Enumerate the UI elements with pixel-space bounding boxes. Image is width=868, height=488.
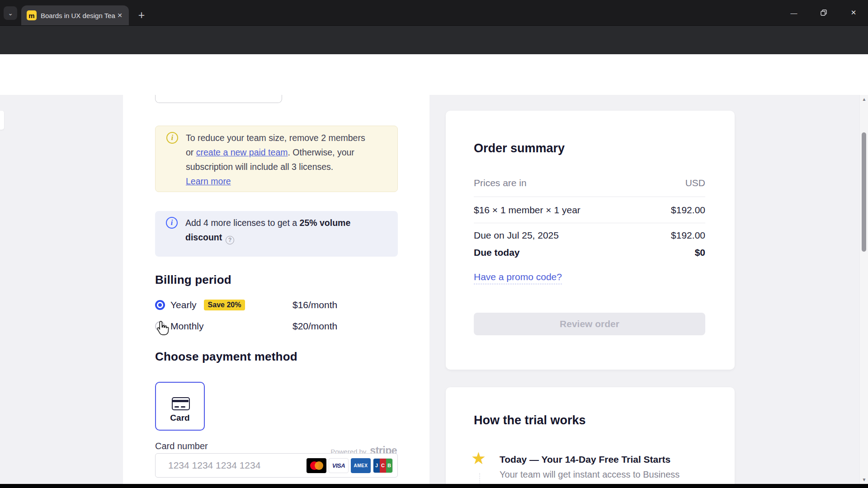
payment-method-heading: Choose payment method — [155, 350, 297, 364]
checkout-header: miro Cancel — [0, 54, 868, 95]
trial-step-title: Today — Your 14-Day Free Trial Starts — [500, 454, 670, 465]
star-icon: ★ — [471, 449, 486, 468]
notice-line: To reduce your team size, remove 2 membe… — [186, 131, 365, 145]
page-scrollbar[interactable]: ▲ ▼ — [859, 95, 868, 484]
browser-tabstrip: ⌄ m Boards in UX design Team - Mi ✕ + — … — [0, 0, 868, 25]
chevron-down-icon: ⌄ — [8, 9, 13, 17]
create-paid-team-link[interactable]: create a new paid team — [196, 147, 288, 157]
billing-period-heading: Billing period — [155, 273, 231, 287]
info-icon: i — [166, 132, 178, 144]
divider — [474, 223, 705, 223]
jcb-icon: J C B — [373, 458, 393, 473]
credit-card-icon — [172, 397, 190, 410]
browser-tab[interactable]: m Boards in UX design Team - Mi ✕ — [21, 5, 129, 25]
miro-favicon-icon: m — [27, 10, 37, 20]
card-number-input[interactable] — [168, 460, 307, 471]
screen: ⌄ m Boards in UX design Team - Mi ✕ + — … — [0, 0, 868, 488]
restore-icon — [821, 9, 827, 16]
trial-info-card: How the trial works ★ Today — Your 14-Da… — [446, 387, 735, 488]
tab-search-button[interactable]: ⌄ — [4, 6, 17, 20]
info-icon: i — [166, 217, 178, 229]
trial-heading: How the trial works — [474, 413, 586, 427]
volume-discount-notice: i Add 4 more licenses to get a 25% volum… — [155, 211, 398, 257]
currency-value: USD — [685, 178, 705, 188]
help-icon[interactable]: ? — [226, 236, 234, 244]
notice-line: or create a new paid team. Otherwise, yo… — [186, 145, 365, 160]
promo-code-link[interactable]: Have a promo code? — [474, 272, 562, 284]
card-brand-icons: VISA AMEX J C B — [307, 458, 393, 473]
option-label: Monthly — [170, 321, 204, 332]
prices-in-label: Prices are in — [474, 178, 527, 188]
order-summary-card: Order summary Prices are in USD $16 × 1 … — [446, 111, 735, 370]
option-price: $16/month — [292, 300, 337, 310]
window-minimize-button[interactable]: — — [785, 6, 803, 19]
mouse-cursor — [156, 321, 169, 336]
window-restore-button[interactable] — [815, 6, 833, 19]
amex-icon: AMEX — [351, 458, 371, 473]
bottom-letterbox — [0, 484, 868, 488]
left-edge-panel — [0, 111, 4, 130]
notice-line: discount? — [185, 230, 350, 244]
divider — [474, 197, 705, 197]
new-tab-button[interactable]: + — [134, 7, 149, 23]
scroll-down-icon[interactable]: ▼ — [860, 477, 868, 482]
tab-title: Boards in UX design Team - Mi — [41, 12, 115, 19]
tab-close-icon[interactable]: ✕ — [115, 11, 124, 20]
due-today-row: Due today $0 — [474, 247, 705, 258]
order-summary-heading: Order summary — [474, 141, 565, 155]
save-badge: Save 20% — [204, 300, 245, 310]
mastercard-icon — [307, 458, 326, 473]
card-number-field[interactable]: VISA AMEX J C B — [155, 453, 398, 478]
payment-card-tile[interactable]: Card — [155, 382, 205, 431]
notice-line: subscription will include all 3 licenses… — [186, 160, 365, 174]
summary-row: Due on Jul 25, 2025 $192.00 — [474, 230, 705, 241]
currency-row: Prices are in USD — [474, 178, 705, 188]
visa-icon: VISA — [329, 458, 349, 473]
card-number-label: Card number — [155, 441, 208, 451]
billing-option-monthly[interactable]: Monthly $20/month — [155, 320, 398, 332]
radio-yearly-selected[interactable] — [155, 300, 165, 310]
scroll-up-icon[interactable]: ▲ — [860, 97, 868, 102]
partial-input-field[interactable] — [155, 95, 282, 103]
card-tile-label: Card — [156, 413, 204, 423]
summary-row: $16 × 1 member × 1 year $192.00 — [474, 205, 705, 216]
team-size-notice: i To reduce your team size, remove 2 mem… — [155, 126, 398, 192]
scrollbar-thumb[interactable] — [862, 132, 866, 252]
browser-toolbar: ← → ↻ miro.com/app/dashboard/ ☆ Incognit… — [0, 25, 868, 54]
window-close-button[interactable]: ✕ — [844, 6, 863, 19]
option-price: $20/month — [292, 321, 337, 332]
billing-option-yearly[interactable]: Yearly Save 20% $16/month — [155, 299, 398, 311]
learn-more-link[interactable]: Learn more — [186, 176, 231, 186]
notice-line: Add 4 more licenses to get a 25% volume — [185, 216, 350, 230]
trial-step-text: Your team will get instant access to Bus… — [500, 469, 679, 480]
review-order-button[interactable]: Review order — [474, 313, 705, 335]
option-label: Yearly — [170, 300, 197, 310]
